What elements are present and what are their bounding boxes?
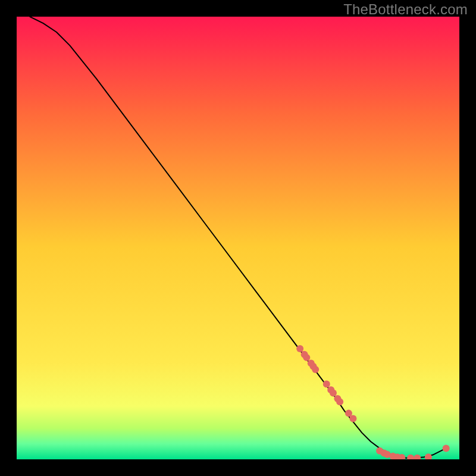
data-point xyxy=(330,389,337,396)
data-point xyxy=(336,398,343,405)
data-point xyxy=(349,415,356,422)
data-point xyxy=(443,444,450,452)
data-point xyxy=(312,366,319,373)
chart-svg xyxy=(0,0,476,476)
data-point xyxy=(414,455,421,462)
watermark-text: TheBottleneck.com xyxy=(343,1,468,18)
data-point xyxy=(398,454,405,461)
data-point xyxy=(296,345,303,352)
data-point xyxy=(425,453,432,461)
chart-stage: TheBottleneck.com xyxy=(0,0,476,476)
data-point xyxy=(323,381,330,388)
data-point xyxy=(407,455,414,462)
data-point xyxy=(303,354,310,361)
gradient-background xyxy=(17,17,459,459)
